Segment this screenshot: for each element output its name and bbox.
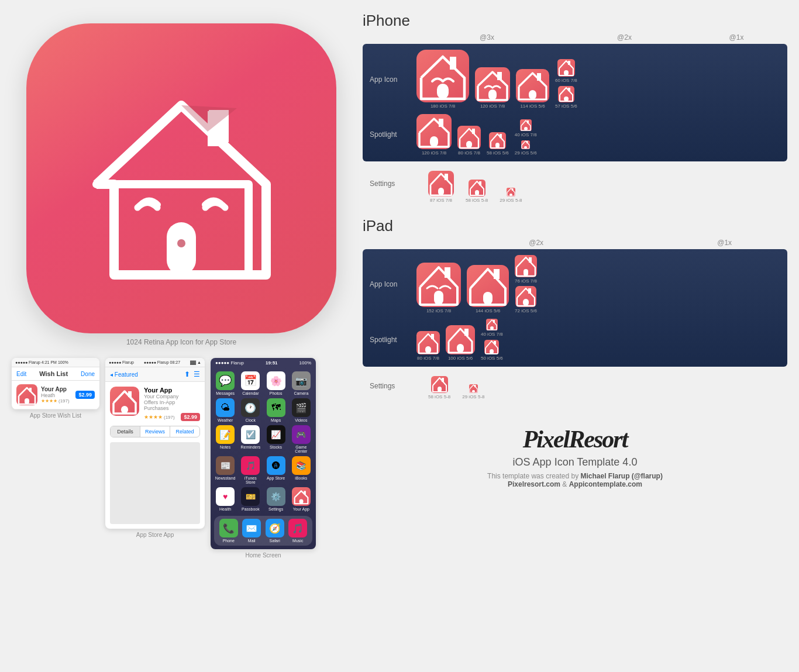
appstore-screen: ●●●●● Flarup ●●●●● Flarup 08:27 ▓▓ ▲ ◂ F… (105, 358, 205, 529)
svg-rect-57 (474, 385, 476, 387)
svg-rect-25 (472, 129, 475, 134)
ipad-spotlight-icons: 80 iOS 7/8 100 iOS 5/6 (416, 319, 780, 361)
svg-rect-32 (524, 146, 527, 149)
wishlist-item-sub: Heath (41, 392, 72, 398)
appstore-app-icon (110, 387, 139, 416)
iphone-spotlight-120: 120 iOS 7/8 (416, 114, 452, 156)
ipad-settings-29: 29 iOS 5-8 (462, 384, 484, 400)
svg-rect-13 (450, 57, 456, 70)
grid-app-notes[interactable]: 📝Notes (214, 425, 236, 453)
grid-app-camera[interactable]: 📷Camera (290, 371, 312, 395)
homescreen-dock: 📞Phone ✉️Mail 🧭Safari 🎵Music (214, 516, 312, 546)
dock-safari[interactable]: 🧭Safari (266, 519, 284, 543)
svg-rect-45 (528, 288, 531, 294)
svg-rect-44 (524, 269, 528, 276)
back-btn[interactable]: ◂ Featured (110, 371, 138, 378)
svg-rect-33 (445, 174, 448, 180)
wishlist-screen: ●●●●● Flarup 4:21 PM 100% Edit Wish List… (12, 358, 99, 409)
wishlist-title: Wish List (39, 370, 68, 377)
svg-rect-39 (445, 267, 450, 278)
iphone-spotlight-29: 29 iOS 5/6 (515, 140, 537, 156)
svg-rect-37 (512, 188, 514, 191)
dock-phone[interactable]: 📞Phone (219, 519, 238, 543)
svg-rect-54 (490, 349, 494, 354)
grid-app-calendar[interactable]: 📅Calendar (239, 371, 261, 395)
grid-app-health[interactable]: ♥Health (214, 487, 236, 511)
ipad-icon-76: 76 iOS 7/8 (515, 255, 537, 284)
grid-app-yourapp[interactable]: Your App (290, 487, 312, 511)
grid-app-maps[interactable]: 🗺Maps (265, 398, 287, 422)
iphone-app-icon-row: App Icon 180 iOS 7/8 (370, 50, 780, 109)
grid-app-photos[interactable]: 🌸Photos (265, 371, 287, 395)
tab-related[interactable]: Related (170, 426, 199, 437)
svg-rect-35 (479, 181, 481, 185)
svg-rect-34 (438, 188, 444, 195)
iphone-icon-114: 114 iOS 5/6 (516, 69, 549, 109)
homescreen-statusbar: ●●●●● Flarup 19:51 100% (211, 358, 316, 368)
grid-app-itunes[interactable]: 🎵iTunes Store (239, 456, 261, 484)
dock-music[interactable]: 🎵Music (288, 519, 307, 543)
svg-rect-21 (568, 88, 570, 91)
iphone-settings-87: 87 iOS 7/8 (428, 171, 454, 204)
brand-tagline: iOS App Icon Template 4.0 (374, 456, 776, 468)
svg-rect-8 (25, 398, 29, 404)
svg-rect-22 (564, 97, 569, 101)
grid-app-clock[interactable]: 🕐Clock (239, 398, 261, 422)
grid-app-passbook[interactable]: 🎫Passbook (239, 487, 261, 511)
svg-rect-53 (494, 341, 496, 344)
svg-rect-27 (500, 134, 502, 138)
svg-rect-56 (438, 387, 442, 392)
iphone-spotlight-80: 80 iOS 7/8 (457, 126, 481, 156)
wishlist-caption: App Store Wish List (12, 412, 99, 419)
grid-app-weather[interactable]: 🌤Weather (214, 398, 236, 422)
grid-app-newsstand[interactable]: 📰Newsstand (214, 456, 236, 484)
menu-btn[interactable]: ☰ (194, 370, 200, 378)
ipad-app-icon-row: App Icon 152 iOS 7/8 144 iOS (370, 255, 780, 314)
ipad-scale-header: @2x @1x (411, 239, 787, 247)
grid-app-stocks[interactable]: 📈Stocks (265, 425, 287, 453)
iphone-settings-icons: 87 iOS 7/8 58 iOS 5-8 29 iOS 5-8 (428, 171, 522, 204)
ipad-icon-72: 72 iOS 5/6 (515, 286, 537, 314)
iphone-settings-row: Settings 87 iOS 7/8 58 iOS 5-8 (363, 166, 787, 208)
svg-rect-40 (434, 291, 443, 305)
brand-credits: This template was created by Michael Fla… (374, 472, 776, 488)
app-grid: 💬Messages 📅Calendar 🌸Photos 📷Camera 🌤Wea… (214, 371, 312, 511)
ipad-section: iPad @2x @1x App Icon 152 iOS 7/8 (363, 217, 787, 405)
homescreen-screen: ●●●●● Flarup 19:51 100% 💬Messages 📅Calen… (211, 358, 316, 549)
main-container: 1024 Retina App Icon for App Store ●●●●●… (0, 0, 799, 672)
grid-app-videos[interactable]: 🎬Videos (290, 398, 312, 422)
wishlist-stars: ★★★★(197) (41, 398, 72, 404)
appstore-mockup-wrap: ●●●●● Flarup ●●●●● Flarup 08:27 ▓▓ ▲ ◂ F… (105, 358, 205, 538)
svg-rect-49 (464, 329, 469, 336)
mockup-row: ●●●●● Flarup 4:21 PM 100% Edit Wish List… (12, 358, 351, 559)
tab-details[interactable]: Details (111, 426, 140, 437)
app-detail-rating: ★★★★ (197) (144, 414, 175, 420)
homescreen-mockup-wrap: ●●●●● Flarup 19:51 100% 💬Messages 📅Calen… (211, 358, 316, 559)
iphone-icon-57: 57 iOS 5/6 (555, 86, 577, 109)
svg-rect-9 (128, 391, 132, 397)
wishlist-edit-btn[interactable]: Edit (16, 371, 26, 377)
iphone-spotlight-row: Spotlight 120 iOS 7/8 80 iOS (370, 114, 780, 156)
svg-rect-28 (495, 143, 500, 148)
grid-app-reminders[interactable]: ☑️Reminders (239, 425, 261, 453)
brand-section: PixelResort iOS App Icon Template 4.0 Th… (363, 413, 787, 500)
grid-app-messages[interactable]: 💬Messages (214, 371, 236, 395)
svg-rect-18 (529, 90, 536, 99)
grid-app-appstore[interactable]: 🅐App Store (265, 456, 287, 484)
dock-mail[interactable]: ✉️Mail (242, 519, 261, 543)
iphone-icons-1x: 60 iOS 7/8 57 iOS 5/6 (555, 59, 577, 109)
iphone-icon-60: 60 iOS 7/8 (555, 59, 577, 84)
iphone-settings-58: 58 iOS 5-8 (466, 180, 488, 204)
appstore-price[interactable]: $2.99 (181, 413, 200, 421)
grid-app-settings[interactable]: ⚙️Settings (265, 487, 287, 511)
tab-reviews[interactable]: Reviews (140, 426, 170, 437)
grid-app-ibooks[interactable]: 📚iBooks (290, 456, 312, 484)
iphone-app-icons: 180 iOS 7/8 120 iOS 7/8 (416, 50, 780, 109)
share-btn[interactable]: ⬆ (184, 370, 190, 378)
iphone-icons-panel: App Icon 180 iOS 7/8 (363, 44, 787, 161)
svg-rect-20 (564, 70, 569, 75)
svg-rect-7 (29, 388, 32, 392)
grid-app-gamecenter[interactable]: 🎮Game Center (290, 425, 312, 453)
svg-point-6 (177, 239, 185, 247)
wishlist-done-btn[interactable]: Done (81, 371, 95, 377)
